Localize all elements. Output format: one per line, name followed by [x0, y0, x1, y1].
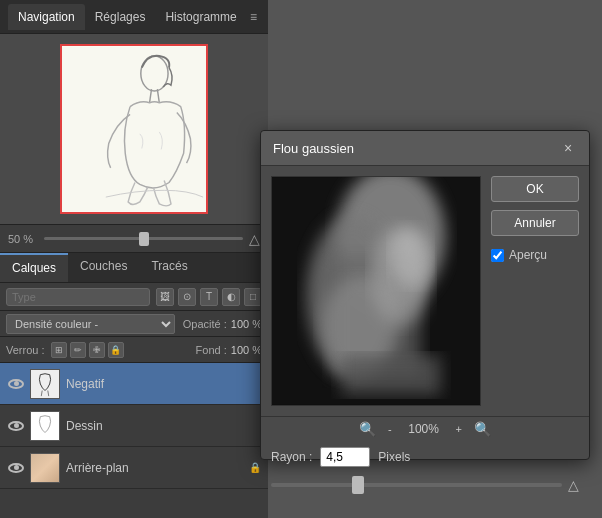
fill-value: 100 % — [231, 344, 262, 356]
dialog-slider-row: △ — [261, 473, 589, 501]
layer-lock-icon: 🔒 — [248, 461, 262, 475]
zoom-bar: 50 % △ — [0, 225, 268, 253]
rayon-label: Rayon : — [271, 450, 312, 464]
tab-traces[interactable]: Tracés — [139, 253, 199, 282]
lock-label: Verrou : — [6, 344, 45, 356]
lock-move-icon[interactable]: ✙ — [89, 342, 105, 358]
rayon-unit: Pixels — [378, 450, 410, 464]
top-tabs-bar: Navigation Réglages Histogramme ≡ — [0, 0, 268, 34]
layer-thumb-dessin — [30, 411, 60, 441]
dialog-zoom-row: 🔍 - 100% + 🔍 — [261, 416, 589, 441]
tab-navigation[interactable]: Navigation — [8, 4, 85, 30]
navigation-thumbnail — [60, 44, 208, 214]
rayon-slider-thumb[interactable] — [352, 476, 364, 494]
dialog-controls: OK Annuler Aperçu — [491, 176, 579, 406]
layer-item-dessin[interactable]: Dessin — [0, 405, 268, 447]
zoom-slider-track[interactable] — [44, 237, 243, 240]
layer-list: Negatif Dessin — [0, 363, 268, 518]
layer-icon-text[interactable]: T — [200, 288, 218, 306]
opacity-label: Opacité : — [183, 318, 227, 330]
svg-rect-15 — [341, 355, 440, 395]
eye-icon-arriere-plan — [8, 463, 24, 473]
apercu-label[interactable]: Aperçu — [509, 248, 547, 262]
layer-item-negatif[interactable]: Negatif — [0, 363, 268, 405]
svg-rect-7 — [31, 412, 59, 440]
zoom-label: 50 % — [8, 233, 38, 245]
lock-checkered-icon[interactable]: ⊞ — [51, 342, 67, 358]
layer-search-input[interactable] — [12, 291, 144, 303]
layer-toolbar: 🖼 ⊙ T ◐ □ — [0, 283, 268, 311]
zoom-slider-thumb[interactable] — [139, 232, 149, 246]
layer-visibility-dessin[interactable] — [6, 416, 26, 436]
zoom-max-icon: △ — [249, 231, 260, 247]
layer-visibility-arriere-plan[interactable] — [6, 458, 26, 478]
blend-mode-select[interactable]: Densité couleur - — [6, 314, 175, 334]
dialog-close-button[interactable]: × — [559, 139, 577, 157]
gaussian-blur-dialog: Flou gaussien × — [260, 130, 590, 460]
layer-icon-adj[interactable]: ◐ — [222, 288, 240, 306]
eye-icon-dessin — [8, 421, 24, 431]
layer-visibility-negatif[interactable] — [6, 374, 26, 394]
slider-max-icon: △ — [568, 477, 579, 493]
opacity-value: 100 % — [231, 318, 262, 330]
rayon-input[interactable] — [320, 447, 370, 467]
layer-filter-icons: 🖼 ⊙ T ◐ □ — [156, 288, 262, 306]
eye-icon-negatif — [8, 379, 24, 389]
zoom-out-icon[interactable]: 🔍 — [359, 421, 376, 437]
panel-menu-icon[interactable]: ≡ — [247, 9, 260, 25]
zoom-in-icon[interactable]: 🔍 — [474, 421, 491, 437]
svg-point-14 — [391, 227, 431, 286]
layer-item-arriere-plan[interactable]: Arrière-plan 🔒 — [0, 447, 268, 489]
zoom-plus-label: + — [456, 423, 462, 435]
layer-name-negatif: Negatif — [66, 377, 262, 391]
cancel-button[interactable]: Annuler — [491, 210, 579, 236]
layer-tabs-bar: Calques Couches Tracés — [0, 253, 268, 283]
dialog-title: Flou gaussien — [273, 141, 559, 156]
dialog-header: Flou gaussien × — [261, 131, 589, 166]
layer-mode-row: Densité couleur - Opacité : 100 % — [0, 311, 268, 337]
lock-icons: ⊞ ✏ ✙ 🔒 — [51, 342, 124, 358]
layer-thumb-arriere-plan — [30, 453, 60, 483]
apercu-row: Aperçu — [491, 248, 579, 262]
rayon-row: Rayon : Pixels — [261, 441, 589, 473]
layer-thumb-negatif — [30, 369, 60, 399]
tab-histogramme[interactable]: Histogramme — [155, 4, 246, 30]
ok-button[interactable]: OK — [491, 176, 579, 202]
dialog-body: OK Annuler Aperçu — [261, 166, 589, 416]
zoom-minus-label: - — [388, 423, 392, 435]
navigation-canvas-area — [0, 34, 268, 225]
layer-search-box[interactable] — [6, 288, 150, 306]
rayon-slider[interactable] — [271, 483, 562, 487]
lock-row: Verrou : ⊞ ✏ ✙ 🔒 Fond : 100 % — [0, 337, 268, 363]
layer-icon-image[interactable]: 🖼 — [156, 288, 174, 306]
layer-name-arriere-plan: Arrière-plan — [66, 461, 248, 475]
lock-all-icon[interactable]: 🔒 — [108, 342, 124, 358]
layer-name-dessin: Dessin — [66, 419, 262, 433]
tab-calques[interactable]: Calques — [0, 253, 68, 282]
layer-icon-fx[interactable]: ⊙ — [178, 288, 196, 306]
lock-brush-icon[interactable]: ✏ — [70, 342, 86, 358]
left-panel: Navigation Réglages Histogramme ≡ — [0, 0, 268, 518]
zoom-percent: 100% — [404, 422, 444, 436]
tab-couches[interactable]: Couches — [68, 253, 139, 282]
dialog-preview-area[interactable] — [271, 176, 481, 406]
tab-reglages[interactable]: Réglages — [85, 4, 156, 30]
apercu-checkbox[interactable] — [491, 249, 504, 262]
fill-label: Fond : — [196, 344, 227, 356]
